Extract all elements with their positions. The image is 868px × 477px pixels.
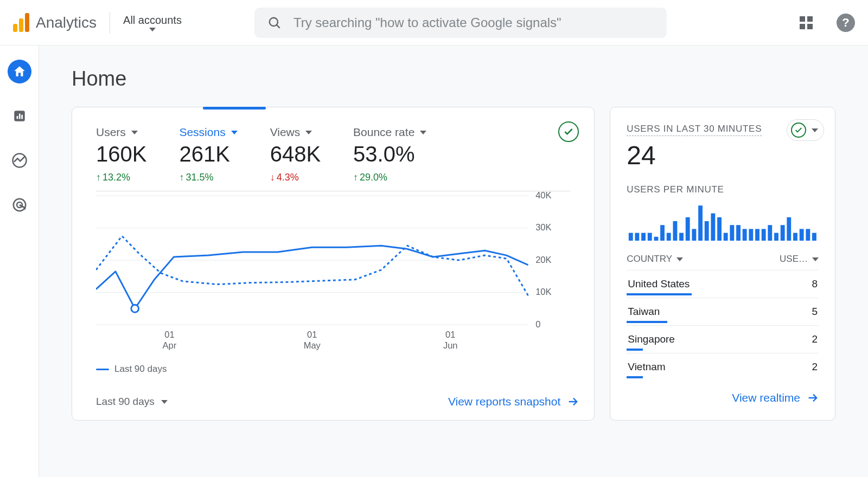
svg-rect-36: [679, 233, 684, 241]
chevron-down-icon: [161, 400, 168, 404]
svg-text:10K: 10K: [535, 287, 551, 297]
users-per-minute-chart: [627, 202, 819, 241]
metric-views[interactable]: Views648K↓4.3%: [270, 126, 321, 183]
realtime-header: USERS IN LAST 30 MINUTES: [627, 124, 762, 136]
analytics-logo-icon: [13, 13, 29, 32]
sessions-line-chart: 010K20K30K40K01Apr01May01Jun: [96, 191, 570, 355]
chart-block: 010K20K30K40K01Apr01May01Jun Last 90 day…: [72, 191, 594, 375]
help-icon[interactable]: ?: [837, 14, 855, 32]
svg-text:Jun: Jun: [443, 340, 458, 351]
svg-rect-38: [692, 229, 697, 241]
svg-rect-45: [736, 225, 741, 241]
svg-text:40K: 40K: [535, 191, 551, 201]
row-bar: [627, 293, 692, 295]
svg-rect-29: [635, 233, 640, 241]
country-row[interactable]: Taiwan5: [627, 298, 819, 324]
realtime-table-body: United States8Taiwan5Singapore2Vietnam2: [627, 270, 819, 378]
svg-rect-53: [787, 217, 792, 241]
svg-rect-39: [698, 205, 703, 241]
nav-reports[interactable]: [8, 104, 31, 128]
users-per-minute-label: USERS PER MINUTE: [627, 184, 819, 195]
nav-home[interactable]: [8, 60, 31, 83]
svg-point-0: [270, 17, 278, 25]
svg-rect-47: [749, 229, 754, 241]
country-row[interactable]: Vietnam2: [627, 353, 819, 379]
svg-rect-54: [793, 233, 797, 241]
header: Analytics All accounts ?: [0, 0, 868, 46]
metrics-card-footer: Last 90 days View reports snapshot: [72, 386, 594, 420]
svg-rect-43: [724, 233, 728, 241]
metric-bounce-rate[interactable]: Bounce rate53.0%↑29.0%: [353, 126, 426, 183]
chevron-down-icon: [812, 128, 818, 132]
row-bar: [627, 349, 643, 351]
account-label: All accounts: [123, 14, 182, 27]
svg-rect-51: [774, 233, 778, 241]
svg-rect-33: [660, 225, 665, 241]
chevron-down-icon: [231, 131, 238, 134]
chevron-down-icon: [149, 28, 156, 31]
chevron-down-icon: [676, 257, 683, 261]
users-column-header[interactable]: USE…: [780, 254, 819, 265]
header-actions: ?: [800, 14, 855, 32]
country-row[interactable]: United States8: [627, 270, 819, 296]
svg-line-1: [277, 25, 280, 28]
chevron-down-icon: [131, 131, 138, 134]
legend-label: Last 90 days: [114, 364, 167, 375]
realtime-table-header: COUNTRY USE…: [627, 254, 819, 265]
search-box[interactable]: [254, 8, 667, 38]
svg-rect-56: [806, 229, 810, 241]
svg-rect-55: [800, 229, 804, 241]
svg-text:Apr: Apr: [163, 340, 177, 351]
main-content: Home Users160K↑13.2%Sessions261K↑31.5%Vi…: [39, 46, 868, 477]
nav-explore[interactable]: [8, 149, 31, 172]
search-icon: [267, 16, 282, 30]
country-column-header[interactable]: COUNTRY: [627, 254, 683, 265]
svg-rect-3: [16, 116, 18, 119]
svg-rect-30: [641, 233, 646, 241]
svg-rect-46: [743, 229, 747, 241]
left-nav-rail: [0, 46, 39, 477]
view-realtime-link[interactable]: View realtime: [732, 391, 819, 404]
active-metric-indicator: [203, 107, 266, 109]
realtime-status-pill[interactable]: [787, 119, 824, 141]
arrow-right-icon: [807, 392, 819, 404]
row-bar: [627, 376, 643, 378]
product-logo[interactable]: Analytics: [13, 13, 97, 32]
svg-rect-50: [768, 225, 773, 241]
account-picker[interactable]: All accounts: [123, 14, 182, 31]
search-input[interactable]: [293, 15, 654, 30]
date-range-picker[interactable]: Last 90 days: [96, 396, 168, 408]
metrics-card: Users160K↑13.2%Sessions261K↑31.5%Views64…: [72, 107, 595, 421]
svg-rect-42: [717, 217, 722, 241]
svg-rect-5: [21, 115, 23, 119]
svg-rect-41: [711, 214, 716, 241]
metric-users[interactable]: Users160K↑13.2%: [96, 126, 146, 183]
footer-link-label: View reports snapshot: [448, 395, 560, 408]
svg-rect-32: [654, 237, 659, 241]
chart-legend: Last 90 days: [96, 364, 570, 375]
page-title: Home: [72, 67, 835, 91]
svg-point-21: [131, 305, 139, 312]
date-range-label: Last 90 days: [96, 396, 155, 408]
svg-rect-31: [648, 233, 652, 241]
svg-rect-52: [781, 225, 785, 241]
nav-advertising[interactable]: [8, 193, 31, 217]
apps-icon[interactable]: [800, 16, 813, 29]
realtime-user-count: 24: [627, 140, 819, 170]
svg-text:20K: 20K: [535, 255, 551, 265]
cards-row: Users160K↑13.2%Sessions261K↑31.5%Views64…: [72, 107, 835, 421]
country-row[interactable]: Singapore2: [627, 325, 819, 352]
svg-rect-4: [18, 114, 20, 119]
svg-rect-37: [686, 217, 690, 241]
svg-text:01: 01: [164, 330, 174, 340]
svg-text:01: 01: [445, 330, 455, 340]
metric-sessions[interactable]: Sessions261K↑31.5%: [179, 126, 237, 183]
check-circle-icon: [791, 123, 806, 138]
legend-swatch: [96, 369, 109, 370]
svg-text:May: May: [304, 340, 321, 351]
view-reports-snapshot-link[interactable]: View reports snapshot: [448, 395, 579, 408]
svg-rect-44: [730, 225, 735, 241]
chevron-down-icon: [812, 257, 819, 261]
row-bar: [627, 321, 667, 323]
product-name: Analytics: [36, 14, 97, 31]
